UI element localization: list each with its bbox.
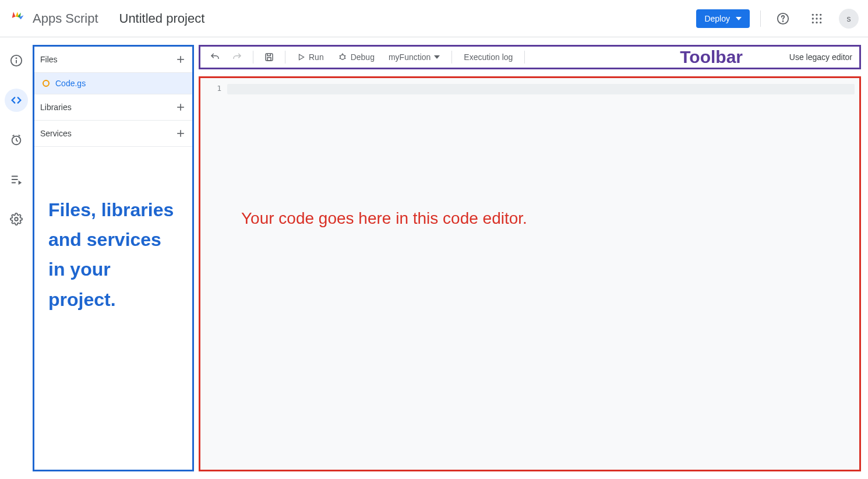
project-title[interactable]: Untitled project <box>119 11 205 26</box>
debug-icon <box>338 52 347 62</box>
toolbar-annotation: Toolbar <box>680 47 743 67</box>
redo-button[interactable] <box>227 47 247 67</box>
section-label: Files <box>40 55 58 64</box>
svg-point-5 <box>812 17 814 19</box>
svg-point-8 <box>812 22 814 23</box>
section-label: Services <box>40 129 72 138</box>
add-service-button[interactable] <box>175 128 186 139</box>
main-area: Files Code.gs Libraries Services Files, … <box>0 37 868 479</box>
code-line[interactable] <box>227 84 855 94</box>
function-selector[interactable]: myFunction <box>383 49 446 65</box>
logo-area: Apps Script <box>9 10 98 27</box>
svg-point-32 <box>340 55 345 59</box>
redo-icon <box>232 52 242 62</box>
svg-point-4 <box>820 13 821 15</box>
svg-line-17 <box>13 135 15 136</box>
svg-rect-30 <box>267 58 271 61</box>
svg-point-22 <box>15 217 18 221</box>
project-sidebar: Files Code.gs Libraries Services Files, … <box>33 45 194 471</box>
rail-executions-button[interactable] <box>5 168 28 191</box>
debug-button[interactable]: Debug <box>332 49 380 65</box>
rail-editor-button[interactable] <box>5 89 28 112</box>
sidebar-annotation: Files, libraries and services in your pr… <box>48 195 175 315</box>
editor-toolbar: Run Debug myFunction Execution log Toolb… <box>199 45 861 69</box>
svg-marker-31 <box>299 54 304 59</box>
rail-triggers-button[interactable] <box>5 128 28 152</box>
svg-point-10 <box>820 22 821 23</box>
svg-line-18 <box>19 135 20 136</box>
user-avatar[interactable]: s <box>839 9 859 29</box>
svg-point-2 <box>812 13 814 15</box>
undo-icon <box>210 52 220 62</box>
svg-point-1 <box>782 21 783 22</box>
file-item[interactable]: Code.gs <box>34 73 192 94</box>
sidebar-wrap: Files Code.gs Libraries Services Files, … <box>33 37 194 479</box>
play-icon <box>297 53 305 61</box>
content-column: Run Debug myFunction Execution log Toolb… <box>194 37 868 479</box>
line-number: 1 <box>200 84 221 93</box>
clock-icon <box>10 133 23 146</box>
app-name-label: Apps Script <box>33 11 98 26</box>
svg-line-16 <box>16 140 18 142</box>
separator-icon <box>451 51 452 64</box>
add-library-button[interactable] <box>175 101 186 113</box>
run-label: Run <box>309 52 324 62</box>
sidebar-section-services: Services <box>34 121 192 147</box>
debug-label: Debug <box>351 52 375 62</box>
deploy-button[interactable]: Deploy <box>696 9 750 28</box>
run-button[interactable]: Run <box>291 49 330 65</box>
sidebar-section-libraries: Libraries <box>34 94 192 121</box>
apps-script-logo-icon <box>9 10 26 27</box>
apps-grid-icon <box>811 13 823 24</box>
info-icon <box>10 54 23 67</box>
add-file-button[interactable] <box>175 54 186 65</box>
svg-point-9 <box>816 22 817 23</box>
help-icon <box>777 12 789 25</box>
line-gutter: 1 <box>200 78 227 470</box>
modified-indicator-icon <box>43 80 50 87</box>
divider-icon <box>760 10 761 27</box>
exec-log-label: Execution log <box>464 52 513 62</box>
code-editor[interactable]: 1 Your code goes here in this code edito… <box>199 76 861 471</box>
editor-annotation: Your code goes here in this code editor. <box>241 209 527 228</box>
separator-icon <box>253 51 253 64</box>
svg-point-13 <box>16 58 16 58</box>
function-name-label: myFunction <box>389 52 431 62</box>
execution-log-button[interactable]: Execution log <box>458 49 518 65</box>
file-name-label: Code.gs <box>55 79 86 88</box>
section-label: Libraries <box>40 103 72 112</box>
apps-menu-button[interactable] <box>805 7 828 30</box>
undo-button[interactable] <box>205 47 225 67</box>
svg-point-6 <box>816 17 817 19</box>
rail-overview-button[interactable] <box>5 49 28 72</box>
code-icon <box>10 94 23 107</box>
header-right: Deploy s <box>696 7 859 30</box>
dropdown-icon <box>434 55 440 59</box>
left-rail <box>0 37 33 479</box>
svg-point-7 <box>820 17 821 19</box>
legacy-editor-link[interactable]: Use legacy editor <box>789 52 855 62</box>
executions-icon <box>10 173 23 186</box>
save-button[interactable] <box>259 47 279 67</box>
separator-icon <box>524 51 525 64</box>
rail-settings-button[interactable] <box>5 207 28 231</box>
save-icon <box>264 52 274 62</box>
gear-icon <box>10 213 23 226</box>
caret-down-icon <box>736 17 742 20</box>
sidebar-section-files: Files <box>34 47 192 73</box>
code-area[interactable] <box>227 78 859 470</box>
svg-point-3 <box>816 13 817 15</box>
separator-icon <box>285 51 285 64</box>
deploy-label: Deploy <box>704 14 730 23</box>
help-button[interactable] <box>771 7 795 30</box>
app-header: Apps Script Untitled project Deploy s <box>0 0 868 37</box>
